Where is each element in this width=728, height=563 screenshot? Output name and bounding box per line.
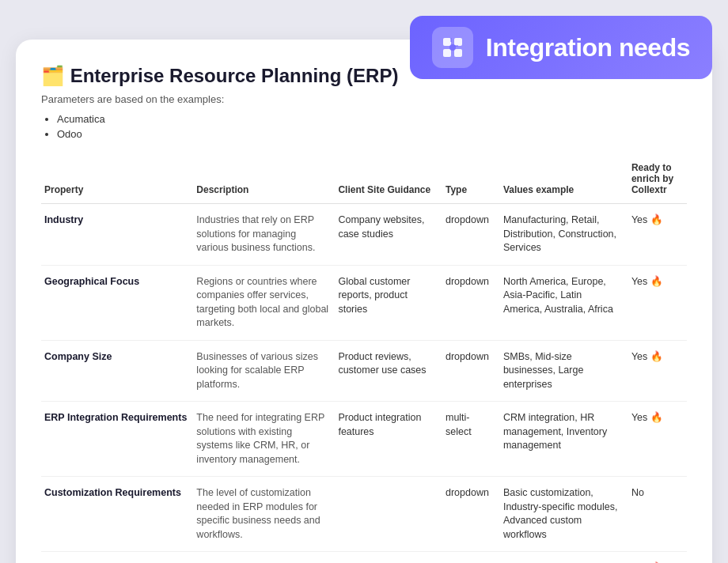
col-header-property: Property bbox=[41, 156, 193, 204]
main-card: 🗂️ Enterprise Resource Planning (ERP) Pa… bbox=[16, 40, 712, 563]
cell-property: ERP Integration Requirements bbox=[41, 402, 193, 477]
cell-values: Basic customization, Industry-specific m… bbox=[500, 477, 628, 552]
cell-property: Customization Requirements bbox=[41, 477, 193, 552]
cell-description: Businesses of various sizes looking for … bbox=[193, 340, 335, 402]
header-icon-container bbox=[432, 27, 473, 68]
cell-guidance: Company websites, case studies bbox=[335, 204, 442, 266]
header-banner: Integration needs bbox=[410, 16, 712, 79]
svg-rect-1 bbox=[454, 38, 462, 46]
cell-guidance bbox=[335, 477, 442, 552]
cell-description: The need for integrating ERP solutions w… bbox=[193, 402, 335, 477]
cell-property: Industry bbox=[41, 204, 193, 266]
cell-guidance: Product reviews, customer use cases bbox=[335, 340, 442, 402]
cell-description: Industries that rely on ERP solutions fo… bbox=[193, 204, 335, 266]
col-header-ready: Ready to enrich by Collextr bbox=[628, 156, 687, 204]
table-row: Cloud Hosting PreferencesPreferences for… bbox=[41, 552, 687, 564]
cell-ready: Yes 🔥 bbox=[628, 265, 687, 340]
table-row: Customization RequirementsThe level of c… bbox=[41, 477, 687, 552]
svg-rect-0 bbox=[443, 38, 451, 46]
cell-values: Manufacturing, Retail, Distribution, Con… bbox=[500, 204, 628, 266]
cell-property: Geographical Focus bbox=[41, 265, 193, 340]
table-header-row: PropertyDescriptionClient Site GuidanceT… bbox=[41, 156, 687, 204]
cell-guidance: Global customer reports, product stories bbox=[335, 265, 442, 340]
cell-ready: Yes 🔥 bbox=[628, 340, 687, 402]
cell-type: dropdown bbox=[442, 265, 500, 340]
cell-ready: Yes 🔥 bbox=[628, 402, 687, 477]
table-row: IndustryIndustries that rely on ERP solu… bbox=[41, 204, 687, 266]
cell-values: CRM integration, HR management, Inventor… bbox=[500, 402, 628, 477]
page-wrapper: Integration needs 🗂️ Enterprise Resource… bbox=[16, 16, 712, 563]
integration-icon bbox=[440, 35, 465, 60]
cell-property: Company Size bbox=[41, 340, 193, 402]
cell-type: dropdown bbox=[442, 477, 500, 552]
cell-guidance: Deployment features, customer feedback bbox=[335, 552, 442, 564]
table-header: PropertyDescriptionClient Site GuidanceT… bbox=[41, 156, 687, 204]
col-header-description: Description bbox=[193, 156, 335, 204]
cell-description: Preferences for cloud-hosted versus on-p… bbox=[193, 552, 335, 564]
cell-type: dropdown bbox=[442, 340, 500, 402]
example-item: Odoo bbox=[57, 128, 687, 140]
cell-values: North America, Europe, Asia-Pacific, Lat… bbox=[500, 265, 628, 340]
svg-rect-3 bbox=[454, 49, 462, 57]
cell-values: SMBs, Mid-size businesses, Large enterpr… bbox=[500, 340, 628, 402]
table-body: IndustryIndustries that rely on ERP solu… bbox=[41, 204, 687, 564]
cell-property: Cloud Hosting Preferences bbox=[41, 552, 193, 564]
svg-rect-2 bbox=[443, 49, 451, 57]
cell-description: The level of customization needed in ERP… bbox=[193, 477, 335, 552]
cell-ready: Yes 🔥 bbox=[628, 552, 687, 564]
table-row: Geographical FocusRegions or countries w… bbox=[41, 265, 687, 340]
col-header-guidance: Client Site Guidance bbox=[335, 156, 442, 204]
cell-type: multi-select bbox=[442, 402, 500, 477]
cell-guidance: Product integration features bbox=[335, 402, 442, 477]
col-header-values: Values example bbox=[500, 156, 628, 204]
properties-table: PropertyDescriptionClient Site GuidanceT… bbox=[41, 156, 687, 563]
header-title: Integration needs bbox=[486, 33, 690, 62]
example-item: Acumatica bbox=[57, 113, 687, 125]
examples-list: AcumaticaOdoo bbox=[57, 113, 687, 140]
table-row: ERP Integration RequirementsThe need for… bbox=[41, 402, 687, 477]
cell-ready: No bbox=[628, 477, 687, 552]
table-row: Company SizeBusinesses of various sizes … bbox=[41, 340, 687, 402]
cell-description: Regions or countries where companies off… bbox=[193, 265, 335, 340]
col-header-type: Type bbox=[442, 156, 500, 204]
cell-values: Cloud-hosted, On-premise, Hybrid bbox=[500, 552, 628, 564]
cell-type: dropdown bbox=[442, 204, 500, 266]
section-subtitle: Parameters are based on the examples: bbox=[41, 93, 687, 105]
cell-type: dropdown bbox=[442, 552, 500, 564]
cell-ready: Yes 🔥 bbox=[628, 204, 687, 266]
